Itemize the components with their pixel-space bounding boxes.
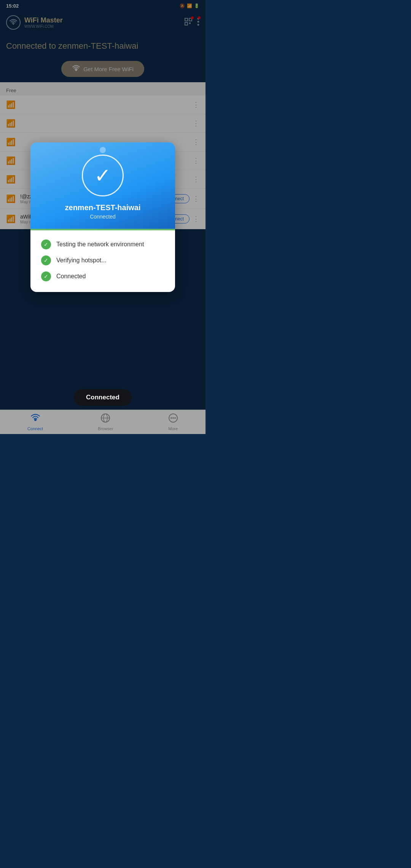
connected-modal: ✓ zenmen-TEST-haiwai Connected ✓ Testing… xyxy=(30,142,175,292)
green-check-icon: ✓ xyxy=(41,271,51,281)
modal-bottom: ✓ Testing the network environment ✓ Veri… xyxy=(30,230,175,292)
green-check-icon: ✓ xyxy=(41,255,51,265)
check-row-text-1: Testing the network environment xyxy=(56,241,144,248)
modal-connected-label: Connected xyxy=(40,214,166,220)
checkmark-small: ✓ xyxy=(44,241,48,247)
check-row-2: ✓ Verifying hotspot... xyxy=(41,255,164,265)
check-row-text-2: Verifying hotspot... xyxy=(56,257,107,264)
checkmark-icon: ✓ xyxy=(94,166,111,185)
modal-top: ✓ zenmen-TEST-haiwai Connected xyxy=(30,142,175,229)
success-check-circle: ✓ xyxy=(82,155,124,196)
toast-text: Connected xyxy=(86,394,119,401)
green-check-icon: ✓ xyxy=(41,239,51,249)
checkmark-small: ✓ xyxy=(44,273,48,279)
modal-bubble xyxy=(100,147,106,153)
modal-ssid: zenmen-TEST-haiwai xyxy=(40,203,166,212)
toast: Connected xyxy=(74,389,132,406)
check-row-3: ✓ Connected xyxy=(41,271,164,281)
check-row-1: ✓ Testing the network environment xyxy=(41,239,164,249)
overlay: ✓ zenmen-TEST-haiwai Connected ✓ Testing… xyxy=(0,0,206,434)
checkmark-small: ✓ xyxy=(44,257,48,263)
check-row-text-3: Connected xyxy=(56,273,86,280)
